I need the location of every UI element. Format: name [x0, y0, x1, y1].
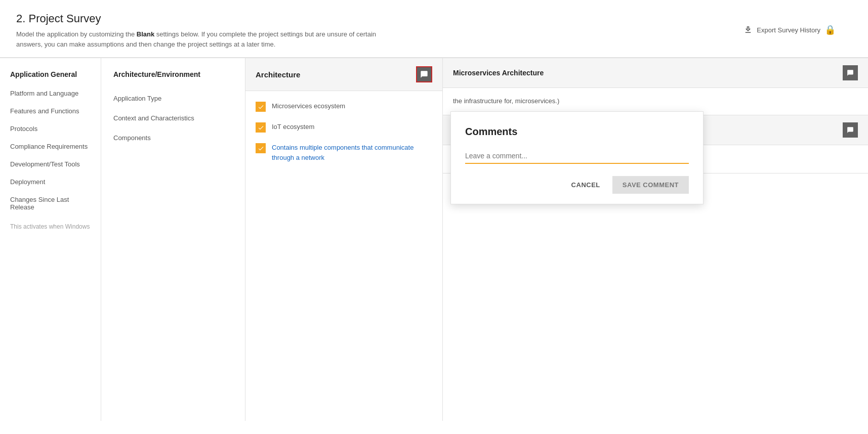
- comment-input-wrap: [465, 150, 689, 164]
- sidebar-mid: Architecture/Environment Application Typ…: [101, 58, 245, 421]
- sidebar-item-context[interactable]: Context and Characteristics: [101, 108, 245, 128]
- arch-panel-body: Microservices ecosystem IoT ecosystem Co…: [245, 91, 442, 183]
- sidebar-section-header: Application General: [0, 66, 101, 84]
- comments-popup: Comments CANCEL SAVE COMMENT: [450, 111, 704, 204]
- checkbox-microservices[interactable]: [256, 102, 266, 112]
- check-label-microservices: Microservices ecosystem: [272, 101, 345, 111]
- microservices-title: Microservices Architecture: [453, 69, 544, 77]
- arch-panel-title: Architecture: [256, 70, 300, 79]
- subtitle-start: Model the application by customizing the: [16, 30, 137, 38]
- microservices-section-header: Microservices Architecture: [443, 58, 868, 88]
- arch-panel-header: Architecture: [245, 58, 442, 91]
- check-label-iot: IoT ecosystem: [272, 122, 314, 132]
- page-subtitle: Model the application by customizing the…: [16, 29, 396, 49]
- arch-comment-button[interactable]: [416, 66, 432, 82]
- sidebar-item-apptype[interactable]: Application Type: [101, 89, 245, 108]
- sidebar-item-platform[interactable]: Platform and Language: [0, 84, 101, 102]
- sidebar-item-deployment[interactable]: Deployment: [0, 173, 101, 191]
- sidebar-item-changes[interactable]: Changes Since Last Release: [0, 191, 101, 216]
- check-label-network: Contains multiple components that commun…: [272, 143, 432, 162]
- save-comment-button[interactable]: SAVE COMMENT: [612, 176, 689, 194]
- architecture-panel: Architecture Microservices ecosystem IoT: [245, 58, 443, 421]
- lock-icon: 🔒: [824, 24, 836, 35]
- checkbox-network[interactable]: [256, 143, 266, 153]
- sidebar-item-compliance[interactable]: Compliance Requirements: [0, 138, 101, 155]
- subtitle-bold: Blank: [137, 30, 154, 38]
- sidebar-item-components[interactable]: Components: [101, 128, 245, 148]
- microservices-comment-button[interactable]: [843, 65, 858, 80]
- export-survey-label: Export Survey History: [757, 26, 820, 34]
- iot-comment-button[interactable]: [843, 122, 858, 138]
- cancel-button[interactable]: CANCEL: [565, 177, 606, 193]
- sidebar-item-windows: This activates when Windows: [0, 218, 101, 235]
- comment-actions: CANCEL SAVE COMMENT: [465, 176, 689, 194]
- check-item-iot: IoT ecosystem: [256, 122, 432, 133]
- mid-section-header: Architecture/Environment: [101, 66, 245, 89]
- comments-title: Comments: [465, 126, 689, 138]
- page-title: 2. Project Survey: [16, 12, 852, 25]
- sidebar-left: Application General Platform and Languag…: [0, 58, 101, 421]
- check-item-microservices: Microservices ecosystem: [256, 101, 432, 112]
- sidebar-item-protocols[interactable]: Protocols: [0, 120, 101, 138]
- sidebar-item-features[interactable]: Features and Functions: [0, 102, 101, 120]
- microservices-section: Microservices Architecture the infrastru…: [443, 58, 868, 115]
- microservices-body: the infrastructure for, microservices.): [443, 88, 868, 115]
- sidebar-item-devtools[interactable]: Development/Test Tools: [0, 155, 101, 173]
- checkbox-iot[interactable]: [256, 122, 266, 133]
- check-item-network: Contains multiple components that commun…: [256, 143, 432, 162]
- export-survey-button[interactable]: Export Survey History 🔒: [743, 24, 836, 35]
- comment-input[interactable]: [465, 150, 689, 163]
